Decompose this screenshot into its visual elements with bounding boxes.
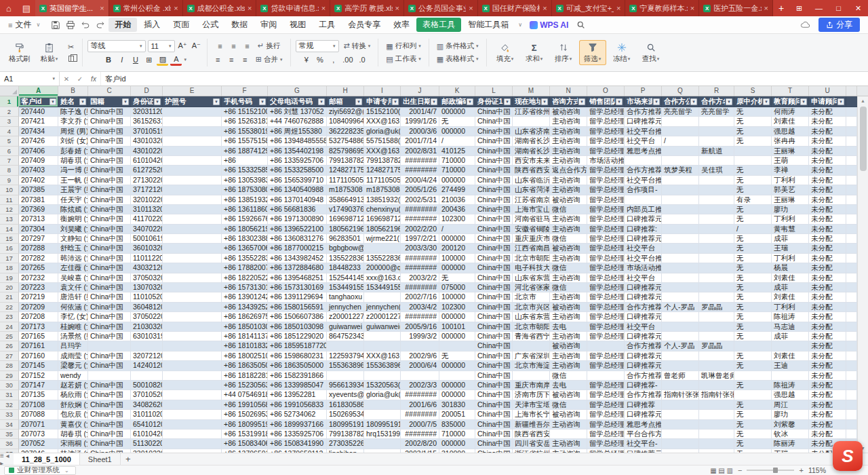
increase-font-icon[interactable]: A⁺ — [177, 40, 189, 52]
currency-format-button[interactable]: ¥ — [300, 54, 312, 66]
cell[interactable] — [699, 254, 734, 263]
cell[interactable]: +86 1395468251 — [268, 273, 327, 283]
cell[interactable]: 留学总经理 — [587, 352, 625, 361]
cell[interactable]: 留学总经理 — [587, 263, 625, 273]
column-header-cell[interactable]: 合作方名▼ — [699, 96, 734, 107]
cell[interactable]: 北京市 — [513, 292, 550, 302]
scrollbar-thumb[interactable] — [860, 107, 867, 171]
cell[interactable]: 207381 — [19, 195, 58, 205]
cell[interactable] — [163, 214, 222, 224]
sort-button[interactable]: 排序▾ — [550, 40, 577, 65]
cell[interactable]: 36152631810 — [131, 117, 163, 126]
cell[interactable]: 市场活动推广 — [625, 263, 662, 273]
cell[interactable]: 陈祖涛 — [772, 312, 809, 322]
cell[interactable]: 无 — [734, 430, 772, 439]
cell[interactable]: 100000 — [439, 254, 475, 263]
cell[interactable]: z20001227( — [364, 312, 401, 322]
cell[interactable]: 微信 — [550, 205, 587, 214]
cell[interactable]: China中国 — [88, 381, 131, 390]
row-number[interactable]: 25 — [0, 332, 19, 341]
cell[interactable] — [163, 225, 222, 234]
cell[interactable]: 102300 — [439, 303, 475, 312]
cell[interactable]: 广东省深圳 — [513, 352, 550, 361]
column-letter[interactable]: U — [809, 86, 846, 96]
cell[interactable] — [163, 400, 222, 410]
cell[interactable]: China中国 — [475, 254, 513, 263]
row-number[interactable]: 16 — [0, 244, 19, 253]
cell[interactable] — [699, 312, 734, 322]
cell[interactable]: 合作方推荐 — [625, 107, 662, 117]
cell[interactable]: 社交平台- — [625, 439, 662, 449]
cell[interactable]: 留学总经理 — [587, 136, 625, 146]
cell[interactable]: 000000 — [439, 381, 475, 390]
cell[interactable]: 710000 — [439, 156, 475, 166]
cell[interactable]: 包欣辰 (女 — [58, 410, 88, 419]
cell[interactable] — [163, 107, 222, 117]
cell[interactable]: 630103199903020823 — [131, 332, 163, 341]
cell[interactable]: 无 — [734, 449, 772, 453]
cell[interactable]: 532754886 — [327, 136, 364, 146]
row-number[interactable]: 13 — [0, 214, 19, 224]
cell[interactable] — [699, 430, 734, 439]
cell[interactable]: 山东省东营 — [513, 273, 550, 283]
cell[interactable]: 2003/2/2 — [401, 273, 439, 283]
cell[interactable]: 衡婉明 (女 — [58, 214, 88, 224]
cell[interactable]: 未分配 — [809, 136, 846, 146]
cell[interactable]: ######## — [401, 263, 439, 273]
cell[interactable]: 舒晗玉 (女 — [58, 244, 88, 253]
tab-list-icon[interactable]: ▤ — [18, 0, 35, 16]
cell[interactable]: China中国 — [475, 283, 513, 292]
cell[interactable] — [846, 312, 857, 322]
cell[interactable]: 留学总经理 — [587, 185, 625, 195]
cell[interactable]: 135522836( — [364, 254, 401, 263]
cell[interactable]: jennychen( — [364, 303, 401, 312]
cell[interactable]: 无 — [734, 292, 772, 302]
cell[interactable]: China中国 — [475, 225, 513, 234]
sheet-tab[interactable]: 11_28_5_1000 — [14, 453, 80, 465]
layout-mode-button[interactable]: ⊞ — [789, 0, 809, 16]
cell[interactable]: 曾老师 — [662, 371, 699, 381]
row-number[interactable]: 32 — [0, 400, 19, 410]
row-number[interactable]: 30 — [0, 381, 19, 390]
cell[interactable] — [364, 400, 401, 410]
cell[interactable]: ######## — [401, 283, 439, 292]
cell[interactable]: 358664913 — [327, 195, 364, 205]
cell[interactable]: China中国 — [475, 430, 513, 439]
cell[interactable]: 新航道 — [699, 147, 734, 156]
font-color-button[interactable]: A — [170, 54, 182, 66]
cell[interactable]: China中国 — [88, 166, 131, 175]
cell[interactable]: China中国 — [475, 332, 513, 341]
cell[interactable]: 无 — [734, 332, 772, 341]
cell[interactable]: 310000 — [439, 449, 475, 453]
cell[interactable]: 799138782 — [327, 430, 364, 439]
insert-function-button[interactable]: fx — [87, 75, 100, 83]
cell[interactable] — [163, 430, 222, 439]
cell[interactable] — [699, 244, 734, 253]
cell[interactable]: 李禅 — [772, 166, 809, 175]
cell[interactable]: 雅思考点推荐 — [625, 147, 662, 156]
cell[interactable]: 2005/1/26 — [401, 185, 439, 195]
cell[interactable] — [662, 117, 699, 126]
cell[interactable]: 未分配 — [809, 341, 846, 351]
wrap-text-button[interactable]: ↵换行 — [255, 41, 283, 52]
filter-icon[interactable]: ▼ — [616, 98, 623, 105]
cell[interactable]: 未分配 — [809, 322, 846, 332]
cell[interactable]: 207161 — [19, 341, 58, 351]
cloud-sync-icon[interactable] — [798, 19, 812, 31]
row-number[interactable]: 4 — [0, 127, 19, 136]
row-number[interactable]: 9 — [0, 176, 19, 185]
cell[interactable] — [699, 400, 734, 410]
cell[interactable]: 无 — [734, 107, 772, 117]
fill-color-icon[interactable]: ▨ — [157, 54, 168, 66]
cell[interactable] — [163, 439, 222, 449]
cell[interactable] — [163, 420, 222, 430]
cell[interactable]: 山东省济南 — [513, 127, 550, 136]
cell[interactable]: 廖玏 — [772, 205, 809, 214]
cell[interactable]: 320721200209060081 — [131, 352, 163, 361]
cell[interactable]: 北京市朝阳 — [513, 254, 550, 263]
zoom-slider-thumb[interactable] — [773, 468, 778, 473]
cell[interactable]: 江苏省徐州 — [513, 107, 550, 117]
cell[interactable]: 留学总经理 — [587, 430, 625, 439]
search-icon[interactable] — [574, 19, 587, 31]
cell[interactable] — [163, 254, 222, 263]
